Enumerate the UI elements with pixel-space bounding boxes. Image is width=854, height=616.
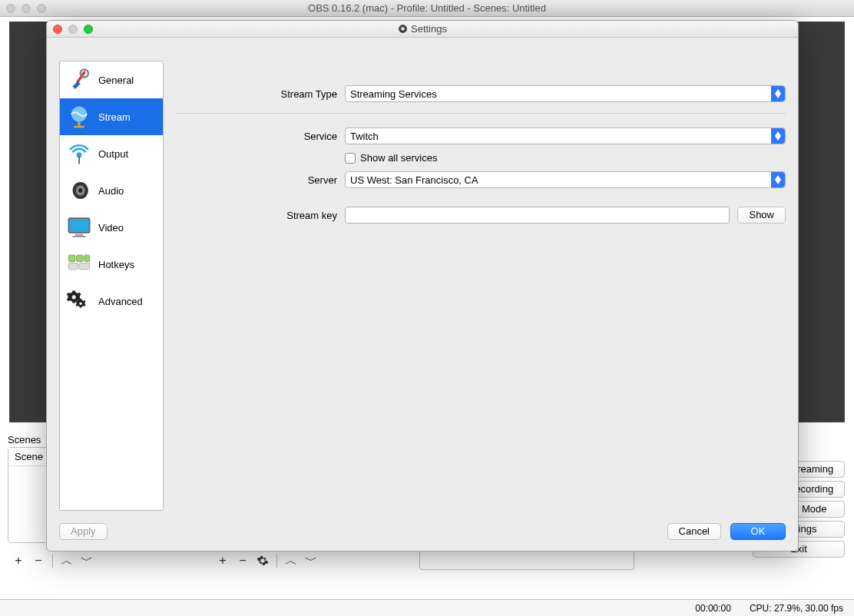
show-key-button[interactable]: Show <box>737 207 786 224</box>
chevron-up-icon[interactable]: ︿ <box>59 553 74 568</box>
sidebar-item-output[interactable]: Output <box>60 135 163 172</box>
gears-icon <box>66 288 92 314</box>
minus-icon[interactable]: − <box>235 553 250 568</box>
select-value: Streaming Services <box>350 88 437 100</box>
service-select[interactable]: Twitch <box>345 128 786 144</box>
globe-icon <box>66 104 92 130</box>
sidebar-item-audio[interactable]: Audio <box>60 172 163 209</box>
status-time: 00:00:00 <box>695 603 731 614</box>
antenna-icon <box>66 141 92 167</box>
svg-point-20 <box>72 295 76 299</box>
plus-icon[interactable]: + <box>11 553 26 568</box>
svg-rect-14 <box>73 236 86 237</box>
settings-titlebar: Settings <box>47 21 798 38</box>
svg-rect-8 <box>78 156 80 164</box>
settings-window-title: Settings <box>47 23 798 35</box>
chevron-down-icon[interactable]: ﹀ <box>79 553 94 568</box>
sidebar-item-label: General <box>98 75 134 86</box>
speaker-icon <box>66 177 92 204</box>
divider <box>276 554 277 568</box>
cancel-button[interactable]: Cancel <box>667 523 721 540</box>
sources-toolbar: + − ︿ ﹀ <box>215 550 407 571</box>
plus-icon[interactable]: + <box>215 553 230 568</box>
svg-rect-6 <box>74 126 84 128</box>
zoom-icon[interactable] <box>84 25 93 34</box>
scenes-label: Scenes <box>8 434 41 445</box>
server-select[interactable]: US West: San Francisco, CA <box>345 171 786 188</box>
apply-button[interactable]: Apply <box>59 523 108 540</box>
svg-rect-5 <box>78 122 80 126</box>
svg-rect-18 <box>68 263 78 270</box>
tools-icon <box>66 67 92 93</box>
sidebar-item-general[interactable]: General <box>60 61 163 98</box>
settings-sidebar: General Stream Output Audio Video <box>59 61 164 511</box>
close-icon[interactable] <box>53 25 62 34</box>
sidebar-item-label: Stream <box>98 111 131 123</box>
sidebar-item-advanced[interactable]: Advanced <box>60 283 163 320</box>
select-value: Twitch <box>350 131 379 142</box>
svg-rect-12 <box>68 218 89 233</box>
stream-type-label: Stream Type <box>176 88 345 100</box>
svg-rect-19 <box>79 263 90 270</box>
svg-rect-17 <box>84 255 90 262</box>
sidebar-item-label: Video <box>98 222 124 233</box>
svg-point-11 <box>78 188 82 193</box>
sidebar-item-stream[interactable]: Stream <box>60 98 163 135</box>
monitor-icon <box>66 214 92 240</box>
sidebar-item-label: Audio <box>98 185 124 197</box>
minimize-icon[interactable] <box>22 4 31 13</box>
service-label: Service <box>176 131 345 142</box>
svg-rect-16 <box>77 255 84 262</box>
zoom-icon[interactable] <box>37 4 46 13</box>
sidebar-item-video[interactable]: Video <box>60 209 163 246</box>
svg-point-1 <box>401 27 404 30</box>
settings-footer: Apply Cancel OK <box>59 523 786 540</box>
sidebar-item-hotkeys[interactable]: Hotkeys <box>60 246 163 283</box>
chevron-updown-icon <box>771 128 785 144</box>
close-icon[interactable] <box>6 4 15 13</box>
traffic-lights-settings <box>47 25 93 34</box>
keyboard-icon <box>66 251 92 277</box>
main-titlebar: OBS 0.16.2 (mac) - Profile: Untitled - S… <box>0 0 854 17</box>
settings-window: Settings General Stream Output Aud <box>46 20 799 551</box>
divider <box>176 113 786 114</box>
obs-icon <box>398 24 408 34</box>
show-all-services-checkbox[interactable]: Show all services <box>345 152 437 164</box>
minus-icon[interactable]: − <box>31 553 46 568</box>
svg-point-21 <box>79 302 82 305</box>
select-value: US West: San Francisco, CA <box>350 174 478 186</box>
gear-icon[interactable] <box>255 553 270 568</box>
chevron-updown-icon <box>771 86 785 101</box>
svg-rect-13 <box>75 234 83 237</box>
checkbox-icon <box>345 153 356 164</box>
status-bar: 00:00:00 CPU: 27.9%, 30.00 fps <box>0 599 854 616</box>
status-cpu: CPU: 27.9%, 30.00 fps <box>750 603 843 614</box>
traffic-lights-main <box>6 4 46 13</box>
sidebar-item-label: Hotkeys <box>98 259 134 270</box>
scenes-toolbar: + − ︿ ﹀ <box>11 550 195 571</box>
stream-key-field[interactable] <box>345 207 730 224</box>
settings-content: Stream Type Streaming Services Service T… <box>176 67 786 511</box>
chevron-updown-icon <box>771 172 785 187</box>
sidebar-item-label: Output <box>98 148 128 160</box>
stream-type-select[interactable]: Streaming Services <box>345 85 786 102</box>
ok-button[interactable]: OK <box>730 523 786 540</box>
server-label: Server <box>176 174 345 186</box>
chevron-up-icon[interactable]: ︿ <box>283 553 299 568</box>
minimize-icon[interactable] <box>68 25 78 34</box>
divider <box>52 554 53 568</box>
sidebar-item-label: Advanced <box>98 296 143 307</box>
main-window-title: OBS 0.16.2 (mac) - Profile: Untitled - S… <box>0 2 854 14</box>
svg-rect-15 <box>68 255 75 262</box>
stream-key-label: Stream key <box>176 210 345 221</box>
chevron-down-icon[interactable]: ﹀ <box>303 553 319 568</box>
